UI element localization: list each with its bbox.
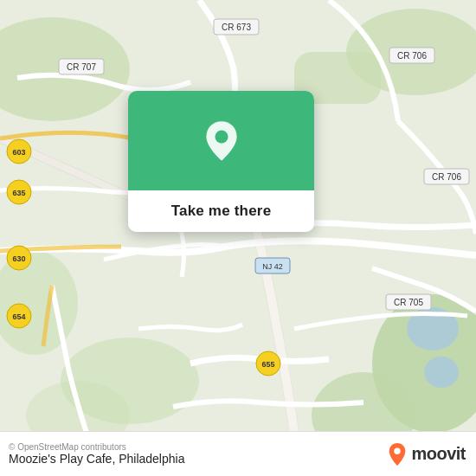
- svg-point-10: [424, 357, 459, 388]
- moovit-logo[interactable]: moovit: [387, 442, 466, 466]
- card-green-area: [128, 91, 314, 190]
- take-me-there-button[interactable]: Take me there: [128, 190, 314, 232]
- svg-text:NJ 42: NJ 42: [262, 262, 283, 271]
- map-container: CR 673 CR 706 CR 707 603 635 630 654 NJ …: [0, 0, 476, 476]
- info-bar: © OpenStreetMap contributors Moozie's Pl…: [0, 431, 476, 476]
- location-name: Moozie's Play Cafe, Philadelphia: [9, 452, 184, 466]
- copyright-text: © OpenStreetMap contributors: [9, 442, 184, 452]
- location-pin-icon: [199, 119, 244, 164]
- svg-text:CR 705: CR 705: [394, 298, 423, 307]
- svg-point-36: [395, 447, 401, 453]
- svg-text:635: 635: [12, 189, 25, 197]
- moovit-text: moovit: [411, 444, 466, 464]
- moovit-pin-icon: [387, 442, 408, 466]
- svg-text:630: 630: [12, 254, 25, 263]
- svg-text:CR 706: CR 706: [432, 172, 461, 182]
- svg-point-35: [215, 130, 228, 143]
- svg-text:CR 707: CR 707: [67, 62, 96, 72]
- action-card: Take me there: [128, 91, 314, 232]
- svg-text:603: 603: [12, 148, 25, 157]
- svg-text:CR 706: CR 706: [397, 51, 427, 61]
- info-left: © OpenStreetMap contributors Moozie's Pl…: [9, 442, 184, 466]
- svg-text:654: 654: [12, 312, 25, 321]
- svg-text:655: 655: [261, 360, 274, 369]
- map-background: CR 673 CR 706 CR 707 603 635 630 654 NJ …: [0, 0, 476, 476]
- svg-text:CR 673: CR 673: [222, 23, 251, 32]
